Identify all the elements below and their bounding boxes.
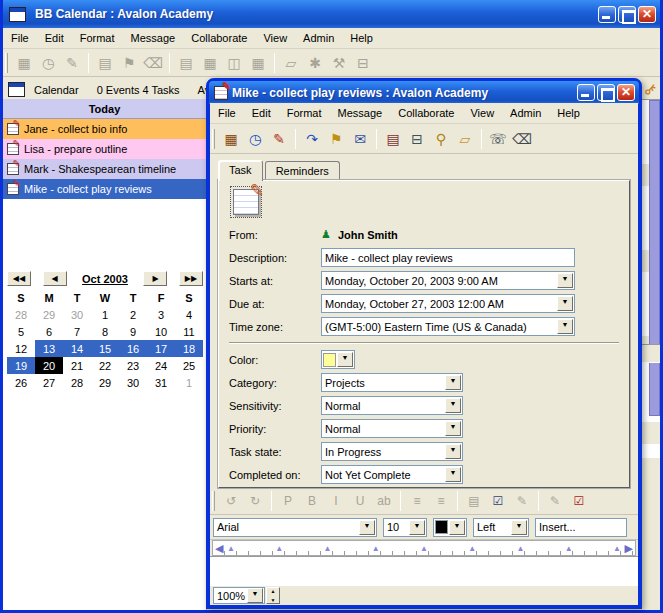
chevron-down-icon[interactable]: [445, 467, 461, 482]
calendar-day[interactable]: 26: [7, 374, 35, 391]
dialog-maximize-button[interactable]: [597, 84, 615, 101]
forward-icon[interactable]: ↷: [301, 128, 323, 150]
details-icon[interactable]: ▤: [382, 128, 404, 150]
key-pencil-icon[interactable]: ⚷: [641, 79, 661, 100]
chevron-down-icon[interactable]: [445, 444, 461, 459]
priority-select[interactable]: Normal: [321, 419, 463, 438]
calendar-day[interactable]: 1: [91, 306, 119, 323]
tabstop-marker[interactable]: ▲: [372, 544, 380, 553]
task-list-icon[interactable]: ☑: [487, 490, 509, 512]
font-family-select[interactable]: Arial: [213, 518, 377, 537]
ruler[interactable]: ◀ ▲▲▲▲▲▲▲▲▲ ▶: [212, 540, 636, 556]
timezone-select[interactable]: (GMT-5:00) Eastern Time (US & Canada): [321, 317, 575, 336]
description-input[interactable]: [321, 248, 575, 267]
align-select[interactable]: Left: [473, 518, 529, 537]
toolbar-grip[interactable]: [5, 53, 8, 73]
menu-format[interactable]: Format: [279, 104, 330, 122]
chevron-down-icon[interactable]: [247, 588, 263, 603]
chevron-down-icon[interactable]: [557, 319, 573, 334]
tabstop-marker[interactable]: ▲: [227, 544, 235, 553]
calendar-day[interactable]: 28: [7, 306, 35, 323]
menu-file[interactable]: File: [210, 104, 244, 122]
menu-help[interactable]: Help: [549, 104, 588, 122]
calendar-day-today[interactable]: 20: [35, 357, 63, 374]
calendar-day[interactable]: 3: [147, 306, 175, 323]
dialog-close-button[interactable]: [617, 84, 635, 101]
chevron-down-icon[interactable]: [337, 352, 353, 367]
notes-editor[interactable]: [210, 556, 638, 585]
calendar-day[interactable]: 21: [63, 357, 91, 374]
calendar-day[interactable]: 16: [119, 340, 147, 357]
day-view-scrollbar[interactable]: [649, 100, 660, 416]
menu-admin[interactable]: Admin: [502, 104, 549, 122]
new-event-icon[interactable]: ▦: [220, 128, 242, 150]
menu-admin[interactable]: Admin: [295, 29, 342, 47]
menu-help[interactable]: Help: [342, 29, 381, 47]
dialog-minimize-button[interactable]: [577, 84, 595, 101]
calendar-day[interactable]: 24: [147, 357, 175, 374]
calendar-day[interactable]: 29: [91, 374, 119, 391]
task-row[interactable]: Mark - Shakespearean timeline: [3, 159, 206, 179]
chevron-down-icon[interactable]: [409, 520, 425, 535]
calendar-day[interactable]: 19: [7, 357, 35, 374]
calendar-day[interactable]: 6: [35, 323, 63, 340]
sensitivity-select[interactable]: Normal: [321, 396, 463, 415]
mail-icon[interactable]: ✉: [349, 128, 371, 150]
calendar-day[interactable]: 10: [147, 323, 175, 340]
calendar-day[interactable]: 9: [119, 323, 147, 340]
spellcheck-icon[interactable]: ☑: [568, 490, 590, 512]
tabstop-marker[interactable]: ▲: [565, 544, 573, 553]
right-margin-marker[interactable]: ▶: [625, 541, 633, 555]
menu-file[interactable]: File: [3, 29, 37, 47]
month-label[interactable]: Oct 2003: [78, 273, 132, 285]
chevron-down-icon[interactable]: [445, 421, 461, 436]
chevron-down-icon[interactable]: [449, 520, 465, 535]
menu-view[interactable]: View: [462, 104, 502, 122]
calendar-label[interactable]: Calendar: [34, 84, 79, 96]
tab-reminders[interactable]: Reminders: [265, 161, 340, 180]
menu-message[interactable]: Message: [123, 29, 184, 47]
chevron-down-icon[interactable]: [557, 273, 573, 288]
close-button[interactable]: [638, 6, 656, 23]
minimize-button[interactable]: [598, 6, 616, 23]
menu-edit[interactable]: Edit: [37, 29, 72, 47]
menu-message[interactable]: Message: [330, 104, 391, 122]
chevron-down-icon[interactable]: [445, 398, 461, 413]
calendar-day[interactable]: 15: [91, 340, 119, 357]
task-row[interactable]: Jane - collect bio info: [3, 119, 206, 139]
calendar-day[interactable]: 28: [63, 374, 91, 391]
completed-on-select[interactable]: Not Yet Complete: [321, 465, 463, 484]
left-margin-marker[interactable]: ◀: [215, 541, 223, 555]
tabstop-marker[interactable]: ▲: [468, 544, 476, 553]
task-row[interactable]: Mike - collect play reviews: [3, 179, 206, 199]
menu-collaborate[interactable]: Collaborate: [183, 29, 255, 47]
calendar-day[interactable]: 22: [91, 357, 119, 374]
calendar-day[interactable]: 4: [175, 306, 203, 323]
calendar-day[interactable]: 17: [147, 340, 175, 357]
calendar-day[interactable]: 11: [175, 323, 203, 340]
next-year-button[interactable]: ▶▶: [179, 271, 203, 286]
task-state-select[interactable]: In Progress: [321, 442, 463, 461]
calendar-day[interactable]: 29: [35, 306, 63, 323]
menu-format[interactable]: Format: [72, 29, 123, 47]
chevron-down-icon[interactable]: [445, 375, 461, 390]
chevron-down-icon[interactable]: [359, 520, 375, 535]
insert-select[interactable]: Insert...: [535, 518, 627, 537]
due-at-select[interactable]: Monday, October 27, 2003 12:00 AM: [321, 294, 575, 313]
chevron-down-icon[interactable]: [557, 296, 573, 311]
font-color-select[interactable]: [433, 518, 467, 537]
prev-year-button[interactable]: ◀◀: [7, 271, 31, 286]
toolbar-grip[interactable]: [212, 491, 215, 511]
call-icon[interactable]: ☏: [487, 128, 509, 150]
calendar-day[interactable]: 31: [147, 374, 175, 391]
next-month-button[interactable]: ▶: [143, 271, 167, 286]
font-size-select[interactable]: 10: [383, 518, 427, 537]
calendar-day[interactable]: 30: [119, 374, 147, 391]
calendar-day[interactable]: 27: [35, 374, 63, 391]
tabstop-marker[interactable]: ▲: [613, 544, 621, 553]
calendar-day[interactable]: 30: [63, 306, 91, 323]
menu-collaborate[interactable]: Collaborate: [390, 104, 462, 122]
calendar-day[interactable]: 7: [63, 323, 91, 340]
tab-task[interactable]: Task: [218, 160, 263, 181]
new-task-icon[interactable]: ✎: [268, 128, 290, 150]
